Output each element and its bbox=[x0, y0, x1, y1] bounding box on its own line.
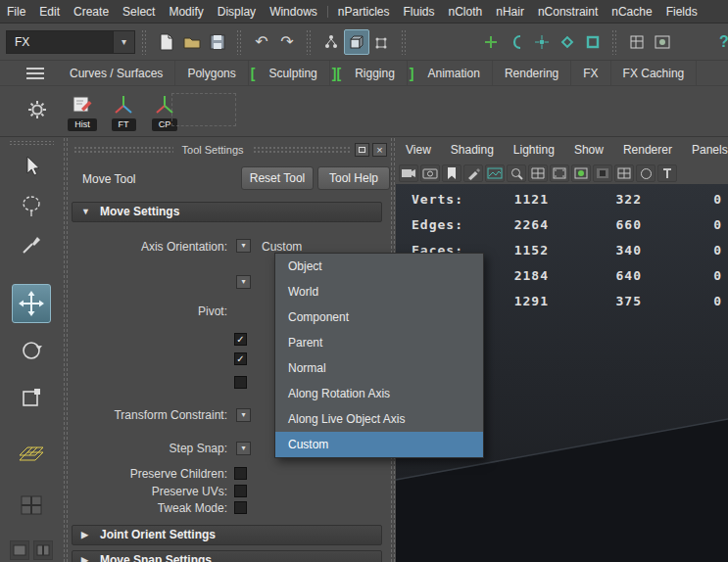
hierarchy-mode-icon[interactable] bbox=[318, 29, 344, 55]
titlebar-drag-texture[interactable] bbox=[73, 146, 173, 154]
menu-nconstraint[interactable]: nConstraint bbox=[531, 5, 605, 19]
menu-nparticles[interactable]: nParticles bbox=[331, 5, 397, 19]
safe-title-icon[interactable] bbox=[657, 164, 677, 182]
menu-fields[interactable]: Fields bbox=[659, 5, 704, 19]
shelf-tab-curves-surfaces[interactable]: Curves / Surfaces bbox=[58, 61, 175, 85]
tool-help-button[interactable]: Tool Help bbox=[317, 166, 390, 190]
gate-mask-icon[interactable] bbox=[593, 164, 612, 182]
toolbox-drag-handle[interactable] bbox=[9, 140, 54, 146]
shelf-button-hist[interactable]: Hist bbox=[63, 92, 102, 131]
menu-display[interactable]: Display bbox=[211, 5, 263, 19]
custom-axis-dropdown[interactable]: ▾ bbox=[236, 275, 251, 289]
scale-tool-button[interactable] bbox=[12, 378, 51, 417]
viewport-menu-lighting[interactable]: Lighting bbox=[504, 143, 564, 157]
lasso-select-tool-button[interactable] bbox=[12, 186, 51, 225]
pan-zoom-icon[interactable] bbox=[507, 164, 526, 182]
viewport-menu-view[interactable]: View bbox=[396, 143, 441, 157]
menu-option-along-live-object-axis[interactable]: Along Live Object Axis bbox=[275, 406, 483, 432]
shelf-menu-icon[interactable] bbox=[26, 68, 44, 79]
checkbox-checked[interactable]: ✓ bbox=[234, 333, 247, 346]
component-mode-icon[interactable] bbox=[369, 29, 395, 55]
menu-option-custom[interactable]: Custom bbox=[275, 432, 483, 457]
statusline-drag-handle[interactable] bbox=[236, 29, 243, 55]
transform-constraint-dropdown[interactable]: ▾ bbox=[236, 408, 251, 422]
four-pane-layout-button[interactable] bbox=[12, 486, 51, 525]
snap-curve-icon[interactable] bbox=[504, 29, 529, 55]
shelf-tab-animation[interactable]: Animation bbox=[416, 61, 493, 85]
move-snap-section-header[interactable]: ▶ Move Snap Settings bbox=[72, 550, 382, 562]
viewport-menu-shading[interactable]: Shading bbox=[441, 143, 504, 157]
menu-create[interactable]: Create bbox=[67, 5, 116, 19]
single-pane-layout-button[interactable] bbox=[10, 540, 29, 560]
menu-windows[interactable]: Windows bbox=[263, 5, 324, 19]
make-live-icon[interactable] bbox=[580, 29, 606, 55]
shelf-tab-sculpting[interactable]: Sculpting bbox=[257, 61, 329, 85]
menu-ncache[interactable]: nCache bbox=[605, 5, 658, 19]
shelf-tab-fx-caching[interactable]: FX Caching bbox=[611, 61, 698, 85]
select-tool-button[interactable] bbox=[12, 147, 51, 186]
help-icon[interactable]: ? bbox=[711, 29, 728, 55]
viewport-menu-panels[interactable]: Panels bbox=[682, 143, 728, 157]
safe-action-icon[interactable] bbox=[636, 164, 655, 182]
shelf-tab-rendering[interactable]: Rendering bbox=[493, 61, 571, 85]
shelf-gear-icon[interactable] bbox=[28, 101, 46, 122]
film-gate-icon[interactable] bbox=[550, 164, 569, 182]
axis-orientation-value[interactable]: Custom bbox=[262, 240, 302, 254]
close-icon[interactable]: × bbox=[372, 143, 387, 157]
float-panel-icon[interactable] bbox=[355, 143, 369, 157]
split-pane-layout-button[interactable] bbox=[33, 540, 53, 560]
object-mode-icon[interactable] bbox=[344, 29, 369, 55]
menu-ncloth[interactable]: nCloth bbox=[442, 5, 490, 19]
preserve-uvs-checkbox[interactable] bbox=[234, 485, 247, 497]
menu-nhair[interactable]: nHair bbox=[489, 5, 531, 19]
grid-toggle-icon[interactable] bbox=[528, 164, 548, 182]
chevron-down-icon[interactable]: ▾ bbox=[113, 31, 134, 53]
checkbox-unchecked[interactable] bbox=[234, 376, 247, 389]
select-camera-icon[interactable] bbox=[399, 164, 418, 182]
field-chart-icon[interactable] bbox=[614, 164, 634, 182]
menuset-dropdown[interactable]: FX ▾ bbox=[6, 30, 135, 54]
construction-history-icon[interactable] bbox=[624, 29, 650, 55]
grease-pencil-icon[interactable] bbox=[463, 164, 483, 182]
joint-orient-section-header[interactable]: ▶ Joint Orient Settings bbox=[72, 525, 382, 545]
viewport-menu-renderer[interactable]: Renderer bbox=[613, 143, 682, 157]
shelf-tab-fx[interactable]: FX bbox=[571, 61, 610, 85]
image-plane-icon[interactable] bbox=[485, 164, 505, 182]
soft-mod-tool-button[interactable] bbox=[12, 433, 51, 472]
paint-select-tool-button[interactable] bbox=[12, 225, 51, 264]
statusline-drag-handle[interactable] bbox=[141, 29, 148, 55]
statusline-drag-handle[interactable] bbox=[306, 29, 313, 55]
axis-orientation-dropdown[interactable]: ▾ bbox=[236, 239, 251, 253]
snap-plane-icon[interactable] bbox=[555, 29, 580, 55]
resolution-gate-icon[interactable] bbox=[571, 164, 591, 182]
menu-option-along-rotation-axis[interactable]: Along Rotation Axis bbox=[275, 381, 483, 406]
shelf-tab-rigging[interactable]: Rigging bbox=[343, 61, 408, 85]
reset-tool-button[interactable]: Reset Tool bbox=[241, 166, 314, 190]
tweak-mode-checkbox[interactable] bbox=[234, 501, 247, 514]
menu-select[interactable]: Select bbox=[116, 5, 162, 19]
new-scene-icon[interactable] bbox=[154, 29, 179, 55]
menu-option-component[interactable]: Component bbox=[275, 304, 483, 330]
checkbox-checked[interactable]: ✓ bbox=[234, 352, 247, 365]
preserve-children-checkbox[interactable] bbox=[234, 467, 247, 480]
step-snap-dropdown[interactable]: ▾ bbox=[236, 442, 251, 455]
menu-modify[interactable]: Modify bbox=[162, 5, 210, 19]
redo-icon[interactable]: ↷ bbox=[274, 29, 300, 55]
menu-option-normal[interactable]: Normal bbox=[275, 355, 483, 381]
render-view-icon[interactable] bbox=[650, 29, 675, 55]
bookmark-icon[interactable] bbox=[442, 164, 461, 182]
viewport-menu-show[interactable]: Show bbox=[564, 143, 613, 157]
panel-splitter[interactable] bbox=[63, 137, 69, 562]
snap-point-icon[interactable] bbox=[529, 29, 555, 55]
menu-file[interactable]: File bbox=[0, 5, 32, 19]
menu-option-world[interactable]: World bbox=[275, 279, 483, 304]
statusline-drag-handle[interactable] bbox=[401, 29, 408, 55]
tool-settings-titlebar[interactable]: Tool Settings × bbox=[73, 142, 387, 158]
save-scene-icon[interactable] bbox=[205, 29, 230, 55]
undo-icon[interactable]: ↶ bbox=[249, 29, 274, 55]
shelf-tab-polygons[interactable]: Polygons bbox=[175, 61, 248, 85]
menu-option-object[interactable]: Object bbox=[275, 254, 483, 279]
move-tool-button[interactable] bbox=[12, 284, 51, 323]
camera-attributes-icon[interactable] bbox=[420, 164, 440, 182]
statusline-drag-handle[interactable] bbox=[611, 29, 618, 55]
